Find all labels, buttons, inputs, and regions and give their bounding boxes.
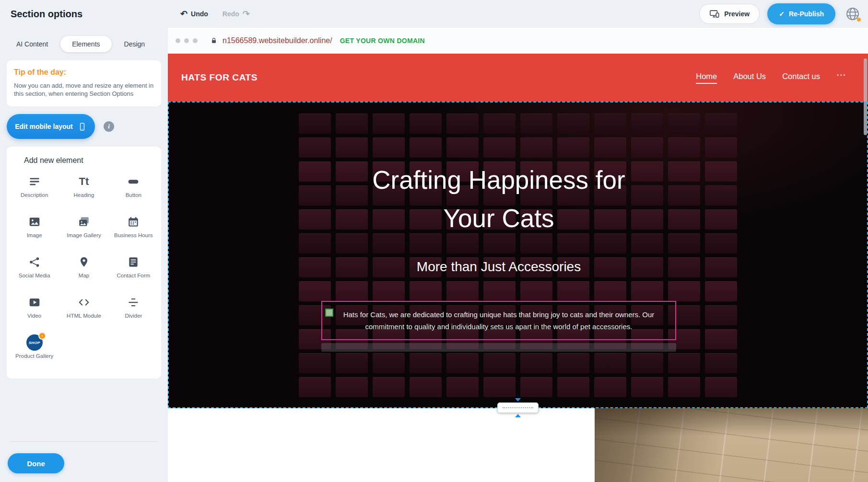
topbar-actions: Preview ✓ Re-Publish xyxy=(699,3,862,24)
element-label: Button xyxy=(126,192,141,198)
site-url[interactable]: n1566589.websitebuilder.online/ xyxy=(223,36,332,45)
undo-button[interactable]: ↶ Undo xyxy=(180,10,208,18)
site-nav: HomeAbout UsContact us⋯ xyxy=(696,69,847,86)
divider-icon xyxy=(127,295,140,310)
resize-arrow-up-icon xyxy=(515,414,521,417)
video-icon xyxy=(28,295,41,310)
element-grid: DescriptionTtHeadingButtonImageImage Gal… xyxy=(10,171,158,372)
element-business-hours[interactable]: Business Hours xyxy=(109,211,158,251)
business-hours-icon xyxy=(127,215,140,229)
element-image-gallery[interactable]: Image Gallery xyxy=(59,211,108,251)
button-icon xyxy=(127,174,140,189)
element-label: Heading xyxy=(74,192,94,198)
sidebar-footer: Done xyxy=(7,441,161,475)
image-gallery-icon xyxy=(78,215,90,229)
redo-label: Redo xyxy=(223,10,239,18)
undo-label: Undo xyxy=(191,10,208,18)
html-module-icon xyxy=(78,295,90,310)
element-label: Video xyxy=(27,313,41,319)
element-label: Description xyxy=(21,192,48,198)
element-video[interactable]: Video xyxy=(10,291,59,332)
element-divider[interactable]: Divider xyxy=(109,291,158,332)
phone-icon xyxy=(78,122,87,131)
tip-card: Tip of the day: Now you can add, move an… xyxy=(7,60,161,106)
language-button[interactable] xyxy=(843,4,862,23)
tab-ai-content[interactable]: AI Content xyxy=(16,40,48,48)
topbar: Section options ↶ Undo Redo ↷ P xyxy=(0,0,868,28)
nav-more-button[interactable]: ⋯ xyxy=(836,69,847,86)
sidebar-divider xyxy=(11,441,157,442)
hero-content: Crafting Happiness for Your Cats More th… xyxy=(168,102,830,408)
description-icon xyxy=(28,174,41,189)
image-icon xyxy=(28,215,41,229)
info-icon[interactable]: i xyxy=(104,121,114,132)
element-product-gallery[interactable]: SHOP↑Product Gallery xyxy=(10,332,59,372)
scrollbar-thumb[interactable] xyxy=(864,58,867,135)
app-root: Section options ↶ Undo Redo ↷ P xyxy=(0,0,868,482)
hero-section[interactable]: Crafting Happiness for Your Cats More th… xyxy=(168,102,868,408)
nav-item-home[interactable]: Home xyxy=(696,72,717,84)
edit-mobile-label: Edit mobile layout xyxy=(15,123,73,130)
redo-icon: ↷ xyxy=(243,10,250,18)
tab-elements[interactable]: Elements xyxy=(60,36,111,52)
element-label: Image xyxy=(27,232,42,239)
heading-icon: Tt xyxy=(79,174,89,189)
sidebar-tabs: AI ContentElementsDesign xyxy=(7,35,161,53)
notification-dot xyxy=(857,18,861,22)
element-map[interactable]: Map xyxy=(59,251,108,291)
element-drag-handle[interactable] xyxy=(325,309,333,317)
element-description[interactable]: Description xyxy=(10,171,59,211)
element-label: Social Media xyxy=(19,273,50,279)
element-social-media[interactable]: Social Media xyxy=(10,251,59,291)
tip-body: Now you can add, move and resize any ele… xyxy=(14,81,154,98)
floor-photo xyxy=(595,408,868,482)
map-icon xyxy=(78,255,90,269)
element-label: Map xyxy=(79,273,89,279)
redo-button[interactable]: Redo ↷ xyxy=(223,10,250,18)
preview-devices-icon xyxy=(709,9,720,19)
nav-item-about-us[interactable]: About Us xyxy=(733,72,766,84)
window-dots xyxy=(176,38,201,43)
social-media-icon xyxy=(28,255,41,269)
check-icon: ✓ xyxy=(779,10,785,18)
page-title: Section options xyxy=(11,9,174,20)
site-logo[interactable]: HATS FOR CATS xyxy=(181,72,258,83)
history-controls: ↶ Undo Redo ↷ xyxy=(180,10,250,18)
hero-heading[interactable]: Crafting Happiness for Your Cats xyxy=(345,161,652,238)
next-section[interactable] xyxy=(168,408,868,482)
nav-item-contact-us[interactable]: Contact us xyxy=(782,72,820,84)
element-contact-form[interactable]: Contact Form xyxy=(109,251,158,291)
paragraph-text: Hats for Cats, we are dedicated to craft… xyxy=(331,309,667,333)
section-resize-handle[interactable] xyxy=(497,398,539,417)
done-button[interactable]: Done xyxy=(8,453,64,473)
element-label: Business Hours xyxy=(114,232,153,239)
element-button[interactable]: Button xyxy=(109,171,158,211)
site-preview: HATS FOR CATS HomeAbout UsContact us⋯ Cr… xyxy=(168,54,868,482)
preview-label: Preview xyxy=(724,10,750,18)
element-label: Product Gallery xyxy=(15,353,53,359)
add-new-element-heading: Add new element xyxy=(10,156,158,165)
get-domain-link[interactable]: GET YOUR OWN DOMAIN xyxy=(340,37,425,45)
edit-mobile-row: Edit mobile layout i xyxy=(7,114,161,139)
resize-arrow-down-icon xyxy=(515,398,521,402)
tab-design[interactable]: Design xyxy=(124,40,145,48)
element-label: Contact Form xyxy=(117,273,150,279)
paragraph-element[interactable]: Hats for Cats, we are dedicated to craft… xyxy=(321,301,676,340)
browser-bar: n1566589.websitebuilder.online/ GET YOUR… xyxy=(168,28,868,54)
hero-subheading[interactable]: More than Just Accessories xyxy=(168,259,830,275)
edit-mobile-layout-button[interactable]: Edit mobile layout xyxy=(7,114,95,139)
undo-icon: ↶ xyxy=(180,10,188,18)
sidebar: AI ContentElementsDesign Tip of the day:… xyxy=(0,28,168,482)
builder-canvas: n1566589.websitebuilder.online/ GET YOUR… xyxy=(168,28,868,482)
contact-form-icon xyxy=(127,255,140,269)
site-header: HATS FOR CATS HomeAbout UsContact us⋯ xyxy=(168,54,868,102)
lock-icon xyxy=(210,37,218,45)
element-html-module[interactable]: HTML Module xyxy=(59,291,108,332)
element-label: Divider xyxy=(125,313,142,319)
preview-button[interactable]: Preview xyxy=(699,4,760,24)
tip-title: Tip of the day: xyxy=(14,68,154,77)
element-heading[interactable]: TtHeading xyxy=(59,171,108,211)
republish-button[interactable]: ✓ Re-Publish xyxy=(767,3,835,24)
element-image[interactable]: Image xyxy=(10,211,59,251)
element-ghost-bar xyxy=(321,343,676,352)
